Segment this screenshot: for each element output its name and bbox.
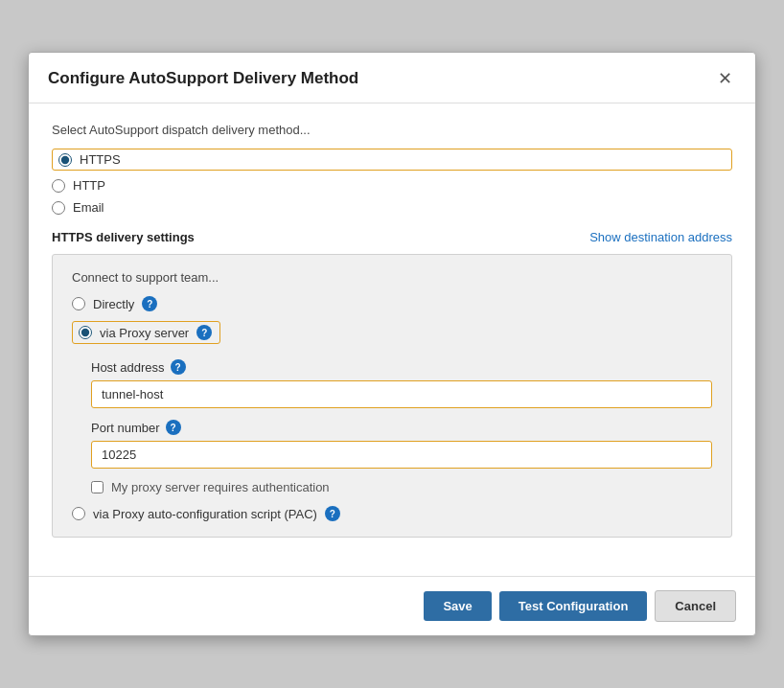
radio-directly[interactable] bbox=[72, 297, 85, 310]
directly-help-icon[interactable]: ? bbox=[142, 296, 157, 311]
auth-checkbox-label: My proxy server requires authentication bbox=[111, 480, 330, 494]
radio-option-https[interactable]: HTTPS bbox=[52, 149, 732, 171]
show-destination-link[interactable]: Show destination address bbox=[589, 230, 732, 244]
host-address-input[interactable] bbox=[91, 380, 712, 408]
host-address-group: Host address ? bbox=[91, 359, 712, 408]
https-settings-heading-row: HTTPS delivery settings Show destination… bbox=[52, 230, 732, 244]
radio-https[interactable] bbox=[58, 153, 72, 167]
radio-proxy[interactable] bbox=[79, 326, 92, 339]
close-button[interactable]: ✕ bbox=[714, 68, 736, 89]
host-address-label: Host address bbox=[91, 360, 165, 375]
port-number-input[interactable] bbox=[91, 441, 712, 469]
cancel-button[interactable]: Cancel bbox=[655, 590, 736, 622]
test-configuration-button[interactable]: Test Configuration bbox=[499, 591, 648, 621]
connect-radio-group: Directly ? via Proxy server ? bbox=[72, 296, 712, 344]
radio-option-email[interactable]: Email bbox=[52, 200, 732, 215]
radio-option-http[interactable]: HTTP bbox=[52, 178, 732, 193]
proxy-selected-border: via Proxy server ? bbox=[72, 321, 220, 344]
radio-http-label: HTTP bbox=[73, 178, 105, 193]
port-number-help-icon[interactable]: ? bbox=[166, 420, 181, 435]
pac-help-icon[interactable]: ? bbox=[325, 506, 340, 521]
auth-checkbox-row[interactable]: My proxy server requires authentication bbox=[91, 480, 712, 494]
radio-email-label: Email bbox=[73, 200, 104, 215]
pac-option-row[interactable]: via Proxy auto-configuration script (PAC… bbox=[72, 506, 712, 521]
auth-checkbox[interactable] bbox=[91, 481, 104, 493]
radio-directly-label: Directly bbox=[93, 297, 134, 311]
save-button[interactable]: Save bbox=[424, 591, 491, 621]
proxy-help-icon[interactable]: ? bbox=[196, 325, 212, 340]
radio-http[interactable] bbox=[52, 179, 65, 193]
radio-pac[interactable] bbox=[72, 507, 85, 520]
radio-https-label: HTTPS bbox=[80, 152, 121, 167]
host-address-label-row: Host address ? bbox=[91, 359, 712, 375]
connect-label: Connect to support team... bbox=[72, 270, 712, 285]
dialog-title: Configure AutoSupport Delivery Method bbox=[48, 69, 358, 88]
port-number-label: Port number bbox=[91, 421, 160, 435]
https-settings-box: Connect to support team... Directly ? vi… bbox=[52, 254, 732, 538]
dialog-body: Select AutoSupport dispatch delivery met… bbox=[29, 103, 755, 576]
dialog-header: Configure AutoSupport Delivery Method ✕ bbox=[29, 53, 755, 103]
delivery-method-radio-group: HTTPS HTTP Email bbox=[52, 149, 732, 215]
radio-proxy-label: via Proxy server bbox=[100, 326, 189, 340]
port-number-label-row: Port number ? bbox=[91, 420, 712, 435]
radio-option-directly[interactable]: Directly ? bbox=[72, 296, 712, 311]
configure-autosupport-dialog: Configure AutoSupport Delivery Method ✕ … bbox=[28, 52, 756, 636]
radio-option-proxy-wrapper: via Proxy server ? bbox=[72, 321, 712, 344]
pac-option-label: via Proxy auto-configuration script (PAC… bbox=[93, 507, 317, 521]
host-address-help-icon[interactable]: ? bbox=[171, 359, 186, 375]
delivery-method-label: Select AutoSupport dispatch delivery met… bbox=[52, 123, 732, 137]
https-settings-heading: HTTPS delivery settings bbox=[52, 230, 195, 244]
radio-email[interactable] bbox=[52, 201, 65, 215]
dialog-footer: Save Test Configuration Cancel bbox=[29, 576, 755, 635]
port-number-group: Port number ? bbox=[91, 420, 712, 469]
